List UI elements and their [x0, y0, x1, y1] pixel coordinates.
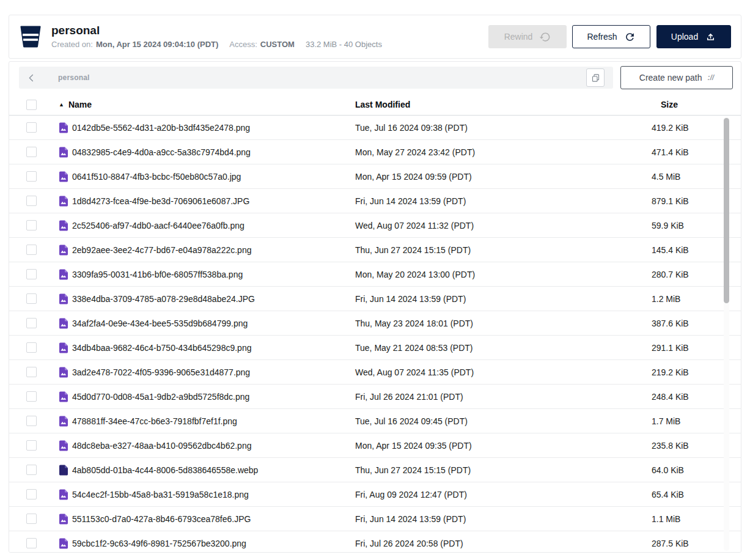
object-row[interactable]: 0142db5e-5562-4d31-a20b-b3df435e2478.png…	[9, 116, 741, 140]
object-name: 3309fa95-0031-41b6-bf0e-68057ff538ba.png	[72, 270, 355, 279]
chevron-left-icon	[27, 73, 36, 83]
row-checkbox[interactable]	[26, 342, 37, 353]
object-size: 471.4 KiB	[652, 147, 732, 157]
object-row[interactable]: 4ab805dd-01ba-4c44-8006-5d838646558e.web…	[9, 458, 741, 482]
object-name: 478881ff-34ee-47cc-b6e3-7918fbf7ef1f.png	[72, 416, 355, 426]
upload-button[interactable]: Upload	[656, 25, 731, 48]
row-checkbox[interactable]	[26, 367, 37, 377]
row-checkbox[interactable]	[26, 538, 37, 548]
row-checkbox[interactable]	[26, 245, 37, 255]
object-row[interactable]: 54c4ec2f-15bb-45a8-ba31-5919a58c1e18.png…	[9, 482, 741, 507]
object-last-modified: Fri, Jun 14 2024 13:59 (PDT)	[355, 514, 652, 524]
column-header-last-modified[interactable]: Last Modified	[355, 100, 652, 109]
row-checkbox[interactable]	[26, 196, 37, 206]
object-name: 4ab805dd-01ba-4c44-8006-5d838646558e.web…	[72, 465, 355, 475]
object-last-modified: Tue, Jul 16 2024 09:38 (PDT)	[355, 123, 652, 133]
row-checkbox[interactable]	[26, 514, 37, 524]
object-name: 1d8d4273-fcea-4f9e-be3d-7069061e6087.JPG	[72, 196, 355, 206]
bucket-icon	[19, 26, 42, 48]
image-file-icon	[59, 318, 68, 329]
object-name: 551153c0-d7a0-427a-8b46-6793cea78fe6.JPG	[72, 514, 355, 524]
image-file-icon	[59, 391, 68, 402]
object-row[interactable]: 0641f510-8847-4fb3-bcbc-f50eb80c57a0.jpg…	[9, 164, 741, 189]
object-size: 287.5 KiB	[652, 539, 732, 548]
row-checkbox[interactable]	[26, 147, 37, 157]
image-file-icon	[59, 538, 68, 549]
row-checkbox[interactable]	[26, 465, 37, 475]
refresh-button[interactable]: Refresh	[572, 25, 650, 48]
row-checkbox[interactable]	[26, 171, 37, 182]
row-checkbox[interactable]	[26, 416, 37, 426]
object-row[interactable]: 1d8d4273-fcea-4f9e-be3d-7069061e6087.JPG…	[9, 189, 741, 213]
scrollbar-track	[724, 117, 729, 551]
image-file-icon	[59, 342, 68, 353]
object-row[interactable]: 34db4baa-9682-46c4-b750-434b645298c9.png…	[9, 336, 741, 360]
image-file-icon	[59, 147, 68, 158]
object-row[interactable]: 59cbc1f2-9c63-49f6-8981-752567be3200.png…	[9, 531, 741, 553]
row-checkbox[interactable]	[26, 440, 37, 451]
row-checkbox[interactable]	[26, 318, 37, 328]
object-name: 3ad2e478-7022-4f05-9396-9065e31d4877.png	[72, 367, 355, 377]
object-size: 248.4 KiB	[652, 392, 732, 402]
object-last-modified: Fri, Jun 14 2024 13:59 (PDT)	[355, 196, 652, 206]
upload-icon	[705, 31, 716, 43]
rewind-button[interactable]: Rewind	[488, 25, 567, 48]
object-last-modified: Thu, May 23 2024 18:01 (PDT)	[355, 319, 652, 328]
object-browser: personal Create new path :// ▲ Name Last…	[9, 61, 741, 553]
object-row[interactable]: 2c525406-af97-4db0-aacf-6440ee76a0fb.png…	[9, 213, 741, 238]
object-size: 64.0 KiB	[652, 465, 732, 475]
object-name: 2c525406-af97-4db0-aacf-6440ee76a0fb.png	[72, 221, 355, 230]
object-size: 145.4 KiB	[652, 245, 732, 255]
row-checkbox[interactable]	[26, 293, 37, 304]
current-path: personal	[58, 73, 586, 82]
copy-path-button[interactable]	[586, 68, 605, 87]
object-size: 419.2 KiB	[652, 123, 732, 133]
image-file-icon	[59, 416, 68, 427]
object-row[interactable]: 478881ff-34ee-47cc-b6e3-7918fbf7ef1f.png…	[9, 409, 741, 433]
row-checkbox[interactable]	[26, 122, 37, 133]
row-checkbox[interactable]	[26, 269, 37, 279]
object-size: 1.2 MiB	[652, 294, 732, 304]
column-header-size[interactable]: Size	[652, 100, 732, 109]
object-last-modified: Mon, May 20 2024 13:00 (PDT)	[355, 270, 652, 279]
object-last-modified: Thu, Jun 27 2024 15:15 (PDT)	[355, 245, 652, 255]
object-row[interactable]: 3309fa95-0031-41b6-bf0e-68057ff538ba.png…	[9, 262, 741, 287]
object-last-modified: Mon, May 27 2024 23:42 (PDT)	[355, 147, 652, 157]
image-file-icon	[59, 269, 68, 280]
refresh-icon	[624, 31, 636, 43]
access-label: Access:	[229, 40, 257, 49]
select-all-checkbox[interactable]	[26, 100, 37, 110]
object-size: 879.1 KiB	[652, 196, 732, 206]
object-row[interactable]: 45d0d770-0d08-45a1-9db2-a9bd5725f8dc.png…	[9, 385, 741, 409]
object-row[interactable]: 551153c0-d7a0-427a-8b46-6793cea78fe6.JPG…	[9, 507, 741, 531]
object-name: 338e4dba-3709-4785-a078-29e8d48abe24.JPG	[72, 294, 355, 304]
object-row[interactable]: 04832985-c4e9-4d0a-a9cc-5a38c7974bd4.png…	[9, 140, 741, 164]
object-row[interactable]: 48dc8eba-e327-48aa-b410-09562dbc4b62.png…	[9, 433, 741, 458]
table-header: ▲ Name Last Modified Size	[9, 94, 741, 116]
bucket-meta: Created on: Mon, Apr 15 2024 09:04:10 (P…	[51, 40, 382, 49]
new-path-icon: ://	[708, 73, 715, 82]
object-size: 1.7 MiB	[652, 416, 732, 426]
row-checkbox[interactable]	[26, 220, 37, 230]
header-actions: Rewind Refresh Upload	[488, 25, 731, 48]
row-checkbox[interactable]	[26, 489, 37, 499]
create-new-path-button[interactable]: Create new path ://	[620, 66, 733, 89]
back-button[interactable]	[19, 67, 43, 89]
image-file-icon	[59, 196, 68, 207]
object-name: 0641f510-8847-4fb3-bcbc-f50eb80c57a0.jpg	[72, 172, 355, 182]
scrollbar-thumb[interactable]	[724, 118, 729, 303]
object-last-modified: Thu, Jun 27 2024 15:15 (PDT)	[355, 465, 652, 475]
object-name: 34af2fa4-0e9e-43e4-bee5-535d9b684799.png	[72, 319, 355, 328]
object-last-modified: Wed, Aug 07 2024 11:35 (PDT)	[355, 367, 652, 377]
create-new-path-label: Create new path	[639, 73, 702, 83]
object-row[interactable]: 338e4dba-3709-4785-a078-29e8d48abe24.JPG…	[9, 287, 741, 311]
object-row[interactable]: 2eb92aee-3ee2-4c77-bd67-e04a978a222c.png…	[9, 238, 741, 262]
object-row[interactable]: 34af2fa4-0e9e-43e4-bee5-535d9b684799.png…	[9, 311, 741, 336]
column-header-name[interactable]: ▲ Name	[59, 100, 355, 109]
row-checkbox[interactable]	[26, 391, 37, 402]
image-file-icon	[59, 514, 68, 525]
image-file-icon	[59, 440, 68, 451]
object-row[interactable]: 3ad2e478-7022-4f05-9396-9065e31d4877.png…	[9, 360, 741, 385]
image-file-icon	[59, 171, 68, 182]
object-size: 65.4 KiB	[652, 490, 732, 499]
